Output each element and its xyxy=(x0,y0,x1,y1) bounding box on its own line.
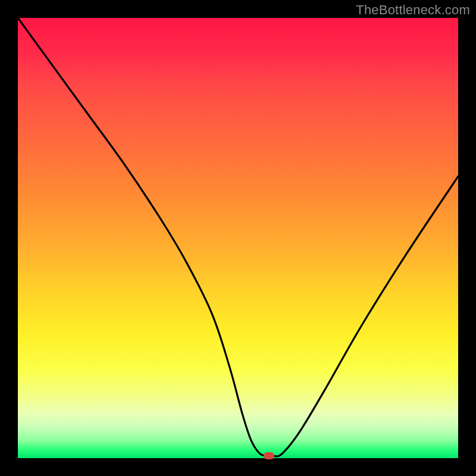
watermark-text: TheBottleneck.com xyxy=(356,2,470,18)
bottleneck-curve xyxy=(18,18,458,458)
curve-path xyxy=(18,18,458,456)
chart-frame: TheBottleneck.com xyxy=(0,0,476,476)
optimal-point-marker xyxy=(264,452,274,459)
plot-area xyxy=(18,18,458,458)
